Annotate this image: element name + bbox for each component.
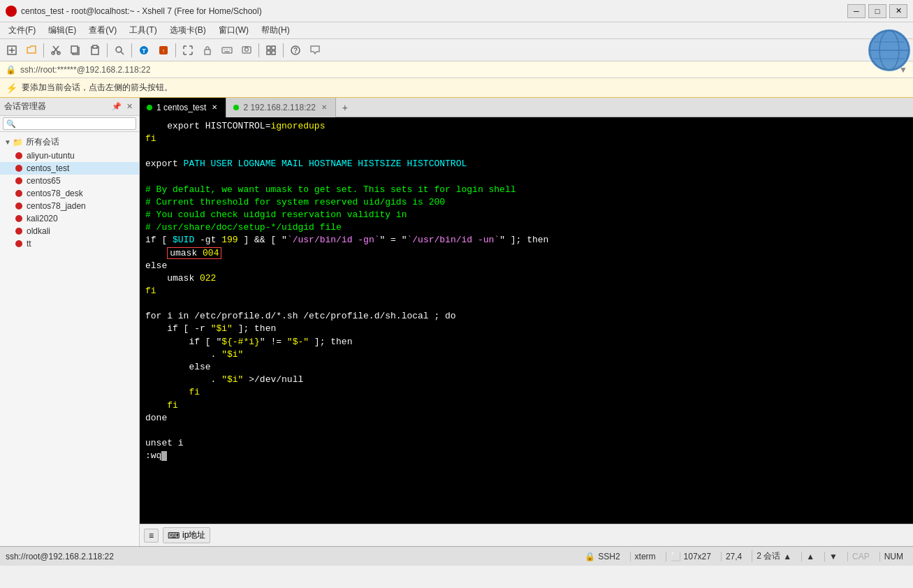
minimize-button[interactable]: ─ (847, 4, 865, 18)
sidebar-search (0, 116, 139, 132)
term-line: if [ -r "$i" ]; then (145, 323, 907, 335)
maximize-button[interactable]: □ (868, 4, 886, 18)
lock-button[interactable] (198, 42, 217, 59)
sidebar-pin-button[interactable]: 📌 (111, 101, 122, 112)
search-input[interactable] (3, 117, 136, 130)
toolbar-separator-5 (258, 43, 259, 57)
cut-button[interactable] (47, 42, 65, 59)
session-dot-icon (15, 190, 22, 197)
open-button[interactable] (22, 42, 41, 59)
session-dot-icon (15, 203, 22, 210)
terminal-container: export HISTCONTROL=ignoredups fi export … (140, 117, 913, 524)
sidebar-title: 会话管理器 (4, 101, 46, 112)
help-button[interactable]: ? (286, 42, 305, 59)
svg-text:T: T (142, 47, 146, 54)
num-label: NUM (884, 552, 903, 561)
warning-icon: ⚡ (6, 82, 17, 94)
bottom-toolbar: ≡ ⌨ ip地址 (140, 524, 913, 546)
tab-192[interactable]: 2 192.168.2.118:22 ✕ (226, 98, 335, 117)
hamburger-button[interactable]: ≡ (144, 529, 159, 543)
protocol-label: SSH2 (598, 552, 620, 561)
sidebar-item-centos78-desk[interactable]: centos78_desk (0, 187, 139, 200)
svg-point-24 (245, 47, 249, 51)
sidebar-root-item[interactable]: ▼ 📁 所有会话 (0, 135, 139, 149)
sidebar-item-centos78-jaden[interactable]: centos78_jaden (0, 200, 139, 212)
status-nav-down[interactable]: ▼ (824, 552, 842, 561)
title-bar: centos_test - root@localhost:~ - Xshell … (0, 0, 913, 22)
fullscreen-button[interactable] (179, 42, 197, 59)
term-line: # Current threshold for system reserved … (145, 196, 907, 209)
svg-rect-26 (267, 46, 270, 50)
globe-icon (868, 29, 910, 71)
grid-button[interactable] (262, 42, 280, 59)
status-dimensions: ⬜ 107x27 (666, 552, 715, 561)
paste-button[interactable] (86, 42, 104, 59)
svg-rect-29 (272, 51, 275, 54)
term-line: done (145, 412, 907, 425)
term-line: else (145, 361, 907, 374)
svg-rect-25 (244, 46, 249, 47)
term-line: # You could check uidgid reservation val… (145, 209, 907, 221)
term-line: if [ $UID -gt 199 ] && [ "`/usr/bin/id -… (145, 234, 907, 247)
sidebar-close-button[interactable]: ✕ (124, 101, 135, 112)
menu-window[interactable]: 窗口(W) (213, 23, 254, 38)
close-button[interactable]: ✕ (889, 4, 907, 18)
sidebar-root-label: 所有会话 (26, 136, 59, 148)
sidebar-item-oldkali[interactable]: oldkali (0, 225, 139, 237)
main-layout: 会话管理器 📌 ✕ ▼ 📁 所有会话 aliyun-utuntu centos_… (0, 98, 913, 546)
sidebar-item-label: kali2020 (27, 214, 58, 223)
status-right: 🔒 SSH2 xterm ⬜ 107x27 27,4 2 会话 ▲ ▲ ▼ CA… (580, 550, 907, 562)
keyboard-button[interactable] (218, 42, 236, 59)
main-content: 1 centos_test ✕ 2 192.168.2.118:22 ✕ + e… (140, 98, 913, 546)
upload-button[interactable]: ↑ (154, 42, 173, 59)
lock-icon: 🔒 (6, 65, 16, 75)
sidebar-item-label: centos65 (27, 176, 61, 186)
sessions-up-arrow[interactable]: ▲ (783, 552, 791, 561)
session-dot-icon (15, 215, 22, 222)
term-line: . "$i" >/dev/null (145, 374, 907, 386)
svg-point-11 (116, 47, 122, 52)
menu-tools[interactable]: 工具(T) (124, 23, 162, 38)
term-line: fi (145, 386, 907, 399)
session-dot-icon (15, 240, 22, 247)
menu-file[interactable]: 文件(F) (3, 23, 41, 38)
sidebar-header: 会话管理器 📌 ✕ (0, 98, 139, 116)
tab-active-dot (147, 105, 152, 110)
tab-close-button[interactable]: ✕ (320, 103, 328, 112)
sidebar-item-label: centos78_jaden (27, 201, 86, 211)
status-num: NUM (879, 552, 907, 561)
transfer-button[interactable]: T (135, 42, 153, 59)
svg-rect-27 (272, 46, 275, 50)
sidebar-item-centos65[interactable]: centos65 (0, 175, 139, 187)
sidebar-item-label: aliyun-utuntu (27, 151, 75, 161)
sidebar-item-centos-test[interactable]: centos_test (0, 162, 139, 175)
status-protocol: 🔒 SSH2 (580, 552, 624, 561)
tab-add-button[interactable]: + (336, 98, 354, 117)
terminal[interactable]: export HISTCONTROL=ignoredups fi export … (140, 117, 913, 524)
menu-edit[interactable]: 编辑(E) (43, 23, 82, 38)
connection-bar: 🔒 ssh://root:******@192.168.2.118:22 ▼ (0, 61, 913, 78)
sidebar-item-tt[interactable]: tt (0, 237, 139, 250)
chat-button[interactable] (306, 42, 324, 59)
sidebar-item-kali2020[interactable]: kali2020 (0, 212, 139, 225)
toolbar: T ↑ ? (0, 39, 913, 61)
menu-view[interactable]: 查看(V) (83, 23, 122, 38)
menu-tabs[interactable]: 选项卡(B) (164, 23, 212, 38)
menu-help[interactable]: 帮助(H) (256, 23, 295, 38)
screenshot-button[interactable] (238, 42, 256, 59)
position-label: 27,4 (726, 552, 742, 561)
ip-address-button[interactable]: ⌨ ip地址 (163, 527, 210, 543)
title-bar-left: centos_test - root@localhost:~ - Xshell … (6, 6, 262, 17)
sidebar-item-aliyun[interactable]: aliyun-utuntu (0, 149, 139, 162)
term-line: # /usr/share/doc/setup-*/uidgid file (145, 221, 907, 234)
search-button[interactable] (110, 42, 129, 59)
tab-centos-test[interactable]: 1 centos_test ✕ (140, 98, 226, 117)
term-line: # By default, we want umask to get set. … (145, 184, 907, 196)
status-nav-up[interactable]: ▲ (801, 552, 819, 561)
sidebar-actions: 📌 ✕ (111, 101, 135, 112)
term-line: if [ "${-#*i}" != "$-" ]; then (145, 336, 907, 348)
tab-close-button[interactable]: ✕ (210, 103, 219, 112)
new-session-button[interactable] (3, 42, 21, 59)
copy-button[interactable] (66, 42, 85, 59)
keyboard-icon: ⌨ (168, 531, 180, 541)
